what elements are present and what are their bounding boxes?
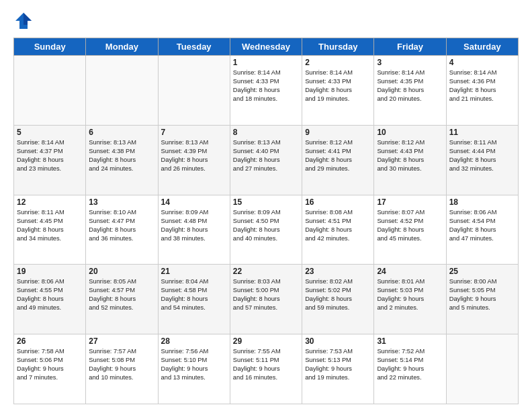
calendar-cell: 17Sunrise: 8:07 AM Sunset: 4:52 PM Dayli… — [374, 195, 446, 265]
calendar-cell — [86, 56, 158, 126]
calendar-cell: 20Sunrise: 8:05 AM Sunset: 4:57 PM Dayli… — [86, 265, 158, 334]
day-number: 6 — [89, 128, 154, 137]
weekday-header-sunday: Sunday — [14, 38, 86, 56]
cell-text: Sunrise: 8:13 AM Sunset: 4:39 PM Dayligh… — [161, 138, 227, 173]
calendar-cell: 6Sunrise: 8:13 AM Sunset: 4:38 PM Daylig… — [86, 125, 158, 195]
calendar-week-row: 12Sunrise: 8:11 AM Sunset: 4:45 PM Dayli… — [14, 195, 519, 265]
cell-text: Sunrise: 7:52 AM Sunset: 5:14 PM Dayligh… — [377, 347, 443, 382]
cell-text: Sunrise: 8:11 AM Sunset: 4:45 PM Dayligh… — [17, 208, 83, 243]
cell-text: Sunrise: 8:06 AM Sunset: 4:55 PM Dayligh… — [17, 277, 83, 312]
calendar-cell: 12Sunrise: 8:11 AM Sunset: 4:45 PM Dayli… — [14, 195, 86, 265]
day-number: 22 — [233, 267, 299, 276]
cell-text: Sunrise: 8:11 AM Sunset: 4:44 PM Dayligh… — [449, 138, 515, 173]
day-number: 28 — [161, 336, 227, 346]
day-number: 4 — [449, 58, 515, 67]
day-number: 20 — [89, 267, 154, 276]
calendar-cell: 7Sunrise: 8:13 AM Sunset: 4:39 PM Daylig… — [158, 125, 230, 195]
calendar-cell: 2Sunrise: 8:14 AM Sunset: 4:33 PM Daylig… — [302, 56, 374, 126]
logo-icon — [13, 11, 34, 31]
day-number: 7 — [161, 128, 227, 137]
calendar-cell: 15Sunrise: 8:09 AM Sunset: 4:50 PM Dayli… — [230, 195, 302, 265]
day-number: 9 — [305, 128, 371, 137]
cell-text: Sunrise: 8:05 AM Sunset: 4:57 PM Dayligh… — [89, 277, 154, 312]
calendar-cell: 3Sunrise: 8:14 AM Sunset: 4:35 PM Daylig… — [374, 56, 446, 126]
cell-text: Sunrise: 8:02 AM Sunset: 5:02 PM Dayligh… — [305, 277, 371, 312]
calendar-week-row: 26Sunrise: 7:58 AM Sunset: 5:06 PM Dayli… — [14, 334, 519, 404]
calendar-cell: 26Sunrise: 7:58 AM Sunset: 5:06 PM Dayli… — [14, 334, 86, 404]
weekday-header-friday: Friday — [374, 38, 446, 56]
day-number: 31 — [377, 336, 443, 346]
cell-text: Sunrise: 8:08 AM Sunset: 4:51 PM Dayligh… — [305, 208, 371, 243]
calendar-cell: 9Sunrise: 8:12 AM Sunset: 4:41 PM Daylig… — [302, 125, 374, 195]
logo — [13, 11, 36, 31]
weekday-header-monday: Monday — [86, 38, 158, 56]
day-number: 30 — [305, 336, 371, 346]
cell-text: Sunrise: 8:00 AM Sunset: 5:05 PM Dayligh… — [449, 277, 515, 312]
day-number: 14 — [161, 197, 227, 207]
calendar-cell: 4Sunrise: 8:14 AM Sunset: 4:36 PM Daylig… — [446, 56, 518, 126]
calendar-cell: 22Sunrise: 8:03 AM Sunset: 5:00 PM Dayli… — [230, 265, 302, 334]
cell-text: Sunrise: 8:01 AM Sunset: 5:03 PM Dayligh… — [377, 277, 443, 312]
calendar-cell: 16Sunrise: 8:08 AM Sunset: 4:51 PM Dayli… — [302, 195, 374, 265]
cell-text: Sunrise: 7:57 AM Sunset: 5:08 PM Dayligh… — [89, 347, 154, 382]
weekday-header-tuesday: Tuesday — [158, 38, 230, 56]
day-number: 16 — [305, 197, 371, 207]
calendar-cell — [446, 334, 518, 404]
day-number: 13 — [89, 197, 154, 207]
svg-marker-1 — [24, 13, 32, 25]
day-number: 19 — [17, 267, 83, 276]
cell-text: Sunrise: 8:13 AM Sunset: 4:40 PM Dayligh… — [233, 138, 299, 173]
day-number: 15 — [233, 197, 299, 207]
calendar-week-row: 19Sunrise: 8:06 AM Sunset: 4:55 PM Dayli… — [14, 265, 519, 334]
day-number: 23 — [305, 267, 371, 276]
cell-text: Sunrise: 8:14 AM Sunset: 4:33 PM Dayligh… — [233, 68, 299, 103]
cell-text: Sunrise: 8:13 AM Sunset: 4:38 PM Dayligh… — [89, 138, 154, 173]
calendar-cell: 30Sunrise: 7:53 AM Sunset: 5:13 PM Dayli… — [302, 334, 374, 404]
calendar-cell: 14Sunrise: 8:09 AM Sunset: 4:48 PM Dayli… — [158, 195, 230, 265]
calendar-cell: 10Sunrise: 8:12 AM Sunset: 4:43 PM Dayli… — [374, 125, 446, 195]
calendar-cell: 25Sunrise: 8:00 AM Sunset: 5:05 PM Dayli… — [446, 265, 518, 334]
day-number: 10 — [377, 128, 443, 137]
calendar-cell: 8Sunrise: 8:13 AM Sunset: 4:40 PM Daylig… — [230, 125, 302, 195]
cell-text: Sunrise: 8:07 AM Sunset: 4:52 PM Dayligh… — [377, 208, 443, 243]
day-number: 17 — [377, 197, 443, 207]
calendar-cell: 11Sunrise: 8:11 AM Sunset: 4:44 PM Dayli… — [446, 125, 518, 195]
cell-text: Sunrise: 8:14 AM Sunset: 4:33 PM Dayligh… — [305, 68, 371, 103]
calendar-cell: 28Sunrise: 7:56 AM Sunset: 5:10 PM Dayli… — [158, 334, 230, 404]
day-number: 12 — [17, 197, 83, 207]
cell-text: Sunrise: 8:09 AM Sunset: 4:50 PM Dayligh… — [233, 208, 299, 243]
weekday-header-row: SundayMondayTuesdayWednesdayThursdayFrid… — [14, 38, 519, 56]
cell-text: Sunrise: 8:06 AM Sunset: 4:54 PM Dayligh… — [449, 208, 515, 243]
cell-text: Sunrise: 8:12 AM Sunset: 4:41 PM Dayligh… — [305, 138, 371, 173]
calendar-cell: 5Sunrise: 8:14 AM Sunset: 4:37 PM Daylig… — [14, 125, 86, 195]
calendar-cell: 19Sunrise: 8:06 AM Sunset: 4:55 PM Dayli… — [14, 265, 86, 334]
calendar-cell: 24Sunrise: 8:01 AM Sunset: 5:03 PM Dayli… — [374, 265, 446, 334]
cell-text: Sunrise: 8:12 AM Sunset: 4:43 PM Dayligh… — [377, 138, 443, 173]
calendar-cell: 1Sunrise: 8:14 AM Sunset: 4:33 PM Daylig… — [230, 56, 302, 126]
calendar-week-row: 5Sunrise: 8:14 AM Sunset: 4:37 PM Daylig… — [14, 125, 519, 195]
calendar-cell: 31Sunrise: 7:52 AM Sunset: 5:14 PM Dayli… — [374, 334, 446, 404]
day-number: 5 — [17, 128, 83, 137]
calendar-week-row: 1Sunrise: 8:14 AM Sunset: 4:33 PM Daylig… — [14, 56, 519, 126]
cell-text: Sunrise: 8:14 AM Sunset: 4:35 PM Dayligh… — [377, 68, 443, 103]
calendar-cell: 27Sunrise: 7:57 AM Sunset: 5:08 PM Dayli… — [86, 334, 158, 404]
cell-text: Sunrise: 7:56 AM Sunset: 5:10 PM Dayligh… — [161, 347, 227, 382]
calendar-cell: 29Sunrise: 7:55 AM Sunset: 5:11 PM Dayli… — [230, 334, 302, 404]
calendar-cell: 13Sunrise: 8:10 AM Sunset: 4:47 PM Dayli… — [86, 195, 158, 265]
day-number: 2 — [305, 58, 371, 67]
day-number: 3 — [377, 58, 443, 67]
calendar-cell — [158, 56, 230, 126]
weekday-header-wednesday: Wednesday — [230, 38, 302, 56]
cell-text: Sunrise: 8:03 AM Sunset: 5:00 PM Dayligh… — [233, 277, 299, 312]
day-number: 11 — [449, 128, 515, 137]
calendar-cell: 21Sunrise: 8:04 AM Sunset: 4:58 PM Dayli… — [158, 265, 230, 334]
calendar-table: SundayMondayTuesdayWednesdayThursdayFrid… — [13, 38, 519, 404]
day-number: 1 — [233, 58, 299, 67]
cell-text: Sunrise: 8:10 AM Sunset: 4:47 PM Dayligh… — [89, 208, 154, 243]
weekday-header-thursday: Thursday — [302, 38, 374, 56]
page: SundayMondayTuesdayWednesdayThursdayFrid… — [0, 0, 532, 411]
cell-text: Sunrise: 8:14 AM Sunset: 4:37 PM Dayligh… — [17, 138, 83, 173]
cell-text: Sunrise: 8:09 AM Sunset: 4:48 PM Dayligh… — [161, 208, 227, 243]
day-number: 8 — [233, 128, 299, 137]
day-number: 29 — [233, 336, 299, 346]
